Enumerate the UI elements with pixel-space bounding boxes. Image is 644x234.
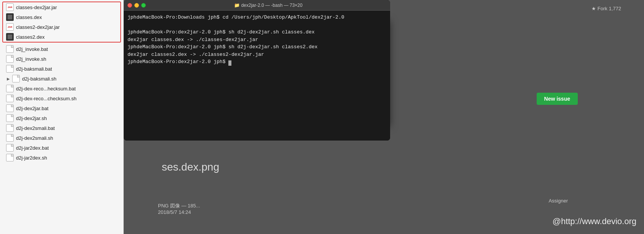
terminal-output: dex2jar classes2.dex -> ./classes2-dex2j… bbox=[128, 52, 264, 57]
file-icon bbox=[6, 124, 14, 132]
file-selection-box: classes-dex2jar.jar classes.dex classes2… bbox=[2, 2, 121, 43]
filename: d2j-dex2smali.bat bbox=[16, 125, 55, 131]
terminal-prompt: jphdeMacBook-Pro:Downloads jph$ cd /User… bbox=[128, 14, 344, 20]
list-item[interactable]: d2j-baksmali.bat bbox=[0, 64, 123, 74]
file-icon bbox=[6, 55, 14, 63]
filename: classes2-dex2jar.jar bbox=[16, 24, 60, 30]
filename: classes.dex bbox=[16, 14, 42, 20]
file-icon bbox=[6, 65, 14, 73]
list-item[interactable]: classes2.dex bbox=[3, 32, 120, 42]
terminal-prompt: jphdeMacBook-Pro:dex2jar-2.0 jph$ bbox=[128, 59, 225, 65]
right-content-area: ★ Fork 1,772 📁 dex2jar-2.0 — -bash — 73×… bbox=[124, 0, 644, 234]
terminal-window: 📁 dex2jar-2.0 — -bash — 73×20 jphdeMacBo… bbox=[124, 0, 409, 141]
traffic-lights bbox=[128, 3, 146, 8]
file-list: d2j_invoke.bat d2j_invoke.sh d2j-baksmal… bbox=[0, 44, 123, 163]
list-item[interactable]: classes2-dex2jar.jar bbox=[3, 22, 120, 32]
list-item[interactable]: d2j-dex-reco...hecksum.bat bbox=[0, 84, 123, 93]
file-icon bbox=[6, 95, 14, 102]
list-item[interactable]: d2j-dex-reco...checksum.sh bbox=[0, 93, 123, 103]
filename: d2j-jar2dex.bat bbox=[16, 145, 49, 151]
file-icon bbox=[6, 144, 14, 152]
terminal-output: dex2jar classes.dex -> ./classes-dex2jar… bbox=[128, 37, 258, 43]
jar-icon bbox=[6, 3, 14, 11]
list-item[interactable]: d2j-jar2dex.bat bbox=[0, 143, 123, 153]
repo-stats: ★ Fork 1,772 bbox=[591, 6, 621, 11]
terminal-cursor bbox=[228, 60, 231, 66]
maximize-button[interactable] bbox=[141, 3, 146, 8]
file-icon bbox=[6, 85, 14, 92]
file-icon bbox=[6, 45, 14, 53]
file-icon bbox=[6, 104, 14, 112]
watermark: @http://www.devio.org bbox=[553, 217, 636, 226]
folder-icon: 📁 bbox=[234, 3, 240, 8]
bottom-filename: ses.dex.png bbox=[162, 161, 219, 173]
png-info-block: PNG 図像 — 185... 2018/5/7 14:24 bbox=[158, 202, 200, 215]
minimize-button[interactable] bbox=[134, 3, 139, 8]
terminal-prompt: jphdeMacBook-Pro:dex2jar-2.0 jph$ sh d2j… bbox=[128, 29, 314, 35]
list-item[interactable]: d2j-dex2smali.sh bbox=[0, 133, 123, 143]
list-item[interactable]: d2j-dex2smali.bat bbox=[0, 123, 123, 133]
terminal-line bbox=[128, 21, 386, 29]
filename: d2j-dex2jar.bat bbox=[16, 106, 48, 111]
png-label: PNG 図像 — 185... bbox=[158, 202, 200, 209]
terminal-line: jphdeMacBook-Pro:Downloads jph$ cd /User… bbox=[128, 14, 386, 21]
terminal-line: dex2jar classes2.dex -> ./classes2-dex2j… bbox=[128, 51, 386, 58]
date-label: 2018/5/7 14:24 bbox=[158, 209, 200, 215]
filename: d2j-jar2dex.sh bbox=[16, 155, 47, 161]
terminal-titlebar: 📁 dex2jar-2.0 — -bash — 73×20 bbox=[124, 0, 390, 11]
list-item[interactable]: d2j_invoke.bat bbox=[0, 44, 123, 54]
file-icon bbox=[6, 134, 14, 142]
file-icon bbox=[6, 114, 14, 122]
finder-sidebar: classes-dex2jar.jar classes.dex classes2… bbox=[0, 0, 124, 234]
list-item[interactable]: classes.dex bbox=[3, 12, 120, 22]
terminal-line: dex2jar classes.dex -> ./classes-dex2jar… bbox=[128, 36, 386, 44]
dex-icon bbox=[6, 13, 14, 21]
list-item[interactable]: d2j-dex2jar.sh bbox=[0, 113, 123, 123]
terminal-title: 📁 dex2jar-2.0 — -bash — 73×20 bbox=[150, 3, 386, 8]
file-icon bbox=[12, 75, 20, 82]
new-issue-button[interactable]: New issue bbox=[537, 93, 578, 105]
terminal-prompt: jphdeMacBook-Pro:dex2jar-2.0 jph$ sh d2j… bbox=[128, 44, 317, 50]
terminal-line: jphdeMacBook-Pro:dex2jar-2.0 jph$ sh d2j… bbox=[128, 43, 386, 51]
assignee-label: Assigner bbox=[548, 198, 568, 204]
star-fork-count: ★ Fork 1,772 bbox=[591, 6, 621, 11]
filename: d2j-dex2jar.sh bbox=[16, 115, 47, 121]
list-item[interactable]: d2j_invoke.sh bbox=[0, 54, 123, 64]
file-icon bbox=[6, 154, 14, 161]
dex-icon bbox=[6, 33, 14, 41]
terminal-line: jphdeMacBook-Pro:dex2jar-2.0 jph$ bbox=[128, 58, 386, 66]
filename: d2j-dex-reco...hecksum.bat bbox=[16, 86, 76, 92]
list-item[interactable]: classes-dex2jar.jar bbox=[3, 2, 120, 12]
filename: classes-dex2jar.jar bbox=[16, 5, 57, 10]
filename: d2j-baksmali.sh bbox=[22, 76, 56, 82]
filename: d2j-dex-reco...checksum.sh bbox=[16, 96, 77, 101]
list-item[interactable]: d2j-jar2dex.sh bbox=[0, 153, 123, 163]
filename: classes2.dex bbox=[16, 34, 45, 40]
list-item[interactable]: d2j-dex2jar.bat bbox=[0, 103, 123, 113]
chevron-right-icon: ▶ bbox=[6, 76, 11, 81]
filename: d2j_invoke.sh bbox=[16, 56, 46, 62]
terminal-body[interactable]: jphdeMacBook-Pro:Downloads jph$ cd /User… bbox=[124, 11, 390, 141]
list-item[interactable]: ▶ d2j-baksmali.sh bbox=[0, 74, 123, 84]
filename: d2j-baksmali.bat bbox=[16, 66, 52, 72]
close-button[interactable] bbox=[128, 3, 132, 8]
filename: d2j_invoke.bat bbox=[16, 46, 48, 52]
terminal-line: jphdeMacBook-Pro:dex2jar-2.0 jph$ sh d2j… bbox=[128, 28, 386, 36]
jar-icon bbox=[6, 23, 14, 31]
filename: d2j-dex2smali.sh bbox=[16, 135, 53, 141]
